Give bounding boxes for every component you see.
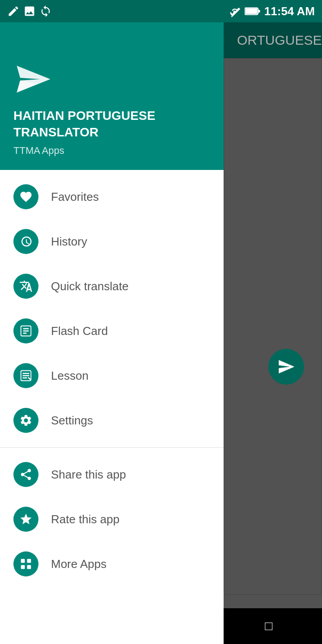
clock-icon [19,235,33,248]
battery-icon [245,5,261,17]
favorites-icon-container [13,184,38,209]
navigation-drawer: HAITIAN PORTUGUESE TRANSLATOR TTMA Apps … [0,22,224,644]
status-bar-left [7,5,52,17]
svg-rect-16 [21,565,25,569]
drawer-divider [0,447,224,448]
drawer-app-title: HAITIAN PORTUGUESE TRANSLATOR [13,108,210,140]
signal-off-icon [229,5,241,17]
drawer-app-subtitle: TTMA Apps [13,145,210,157]
sidebar-item-lesson[interactable]: Lesson [0,353,224,398]
more-apps-label: More Apps [51,557,106,571]
svg-rect-15 [27,559,31,563]
lesson-icon [19,369,33,382]
history-icon-container [13,229,38,254]
flash-card-label: Flash Card [51,324,108,338]
history-label: History [51,235,87,249]
sidebar-item-more-apps[interactable]: More Apps [0,542,224,586]
flash-card-icon [19,324,33,338]
star-icon [19,513,33,526]
translate-icon [19,280,33,293]
quick-translate-icon-container [13,274,38,299]
send-icon-fab [277,358,295,376]
recent-button[interactable]: □ [251,614,286,638]
share-icon [19,468,33,481]
drawer-header: HAITIAN PORTUGUESE TRANSLATOR TTMA Apps [0,22,224,170]
more-apps-icon-container [13,551,38,576]
svg-rect-2 [258,10,260,13]
drawer-logo [13,61,210,99]
sidebar-item-favorites[interactable]: Favorites [0,174,224,219]
gear-icon [19,414,33,427]
status-bar: 11:54 AM [0,0,322,22]
sidebar-item-quick-translate[interactable]: Quick translate [0,264,224,309]
grid-icon [19,557,33,571]
status-bar-right: 11:54 AM [229,4,315,18]
svg-line-13 [28,377,30,380]
image-icon [23,5,36,17]
svg-rect-1 [245,8,257,14]
svg-rect-17 [27,565,31,569]
status-time: 11:54 AM [264,4,315,18]
favorites-label: Favorites [51,190,99,204]
rate-label: Rate this app [51,513,119,526]
quick-translate-label: Quick translate [51,280,128,293]
sidebar-item-settings[interactable]: Settings [0,398,224,443]
fab-translate-button[interactable] [268,349,304,385]
flash-card-icon-container [13,318,38,343]
sidebar-item-rate[interactable]: Rate this app [0,497,224,542]
sidebar-item-history[interactable]: History [0,219,224,264]
app-logo-icon [13,61,54,97]
edit-icon [7,5,20,17]
sidebar-item-share[interactable]: Share this app [0,452,224,497]
share-label: Share this app [51,468,126,482]
sidebar-item-flash-card[interactable]: Flash Card [0,309,224,353]
settings-icon-container [13,408,38,433]
heart-icon [19,190,33,203]
svg-rect-14 [21,559,25,563]
lesson-label: Lesson [51,369,89,383]
settings-label: Settings [51,414,93,428]
share-icon-container [13,462,38,487]
sync-icon [39,5,52,17]
rate-icon-container [13,507,38,532]
drawer-menu: Favorites History Quick translate [0,170,224,591]
lesson-icon-container [13,363,38,388]
